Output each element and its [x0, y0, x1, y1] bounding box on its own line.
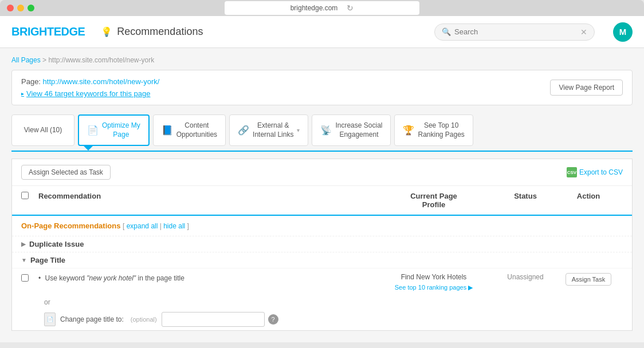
duplicate-issue-label: Duplicate Issue	[29, 240, 84, 248]
page-title-value: Find New York Hotels	[371, 273, 497, 281]
th-status: Status	[497, 192, 554, 209]
main-content: All Pages > http://www.site.com/hotel/ne…	[0, 48, 644, 339]
tab-optimize[interactable]: 📄 Optimize MyPage	[78, 114, 150, 146]
row-profile-cell: Find New York Hotels See top 10 ranking …	[371, 273, 497, 291]
breadcrumb-separator: >	[42, 56, 46, 64]
document-icon: 📄	[44, 313, 56, 326]
tab-ranking-label: See Top 10Ranking Pages	[418, 121, 464, 139]
nav-title: Recommendations	[117, 26, 203, 38]
change-title-input[interactable]	[162, 312, 265, 327]
page-info-box: Page: http://www.site.com/hotel/new-york…	[11, 70, 633, 105]
breadcrumb-current: http://www.site.com/hotel/new-york	[48, 56, 154, 64]
table-toolbar: Assign Selected as Task CSV Export to CS…	[12, 159, 632, 186]
tab-content-label: ContentOpportunities	[176, 121, 217, 139]
logo: BRIGHTEDGE	[11, 25, 85, 38]
links-dropdown-icon: ▾	[297, 127, 300, 133]
expand-all-link[interactable]: expand all	[127, 222, 158, 230]
browser-titlebar: brightedge.com ↻	[0, 5, 644, 16]
hide-all-link[interactable]: hide all	[163, 222, 185, 230]
see-top-ranking-link[interactable]: See top 10 ranking pages ▶	[395, 284, 473, 291]
optimize-icon: 📄	[87, 125, 99, 136]
url-bar[interactable]: brightedge.com ↻	[207, 1, 437, 15]
th-recommendation: Recommendation	[38, 192, 371, 209]
page-url-link[interactable]: http://www.site.com/hotel/new-york/	[43, 77, 160, 86]
th-profile: Current Page Profile	[371, 192, 497, 209]
ranking-icon: 🏆	[403, 125, 414, 136]
table-row: • Use keyword "new york hotel" in the pa…	[12, 268, 632, 296]
page-label: Page:	[21, 77, 41, 86]
status-value: Unassigned	[507, 273, 543, 281]
csv-icon: CSV	[567, 167, 577, 177]
tabs-underline	[11, 151, 633, 152]
breadcrumb-all-pages[interactable]: All Pages	[11, 56, 41, 64]
th-profile-line2: Profile	[371, 200, 497, 209]
change-title-row: 📄 Change page title to: (optional) ?	[12, 309, 632, 330]
duplicate-arrow-icon: ▶	[21, 241, 26, 247]
tab-links-label: External &Internal Links	[253, 121, 293, 139]
page-title-arrow-icon: ▼	[21, 257, 27, 263]
section-controls: [ expand all | hide all ]	[123, 222, 189, 230]
url-text: brightedge.com	[290, 4, 338, 12]
table-area: Assign Selected as Task CSV Export to CS…	[11, 159, 633, 331]
close-window-btn[interactable]	[7, 5, 14, 11]
row-checkbox-cell	[21, 273, 38, 282]
tab-optimize-label: Optimize MyPage	[102, 121, 140, 139]
app-container: BRIGHTEDGE 💡 Recommendations 🔍 ✕ M All P…	[0, 16, 644, 342]
avatar: M	[613, 22, 633, 42]
or-text: or	[44, 298, 50, 306]
change-title-label: Change page title to:	[60, 315, 124, 323]
active-tab-indicator	[11, 146, 633, 151]
tab-view-all[interactable]: View All (10)	[11, 114, 74, 146]
assign-task-row-button[interactable]: Assign Task	[566, 273, 612, 286]
sub-section-page-title: ▼ Page Title	[12, 252, 632, 268]
th-checkbox	[21, 192, 38, 209]
search-input[interactable]	[454, 27, 569, 36]
nav-title-section: 💡 Recommendations	[101, 26, 203, 38]
tab-content[interactable]: 📘 ContentOpportunities	[153, 114, 226, 146]
tab-social[interactable]: 📡 Increase SocialEngagement	[312, 114, 391, 146]
page-title-section-label: Page Title	[30, 256, 65, 264]
category-tabs: View All (10) 📄 Optimize MyPage 📘 Conten…	[11, 114, 633, 146]
refresh-icon[interactable]: ↻	[347, 3, 354, 13]
row-action-cell: Assign Task	[554, 273, 623, 286]
export-csv-link[interactable]: CSV Export to CSV	[567, 167, 623, 177]
optional-label: (optional)	[131, 316, 157, 323]
search-icon: 🔍	[442, 27, 451, 36]
table-header: Recommendation Current Page Profile Stat…	[12, 186, 632, 216]
th-profile-line1: Current Page	[371, 192, 497, 200]
lightbulb-icon: 💡	[101, 26, 112, 37]
view-keywords-link[interactable]: View 46 target keywords for this page	[21, 89, 159, 98]
select-all-checkbox[interactable]	[21, 192, 29, 199]
row-recommendation-cell: • Use keyword "new york hotel" in the pa…	[38, 273, 371, 283]
browser-window: brightedge.com ↻ BRIGHTEDGE 💡 Recommenda…	[0, 0, 644, 342]
links-icon: 🔗	[238, 125, 249, 136]
row-checkbox[interactable]	[21, 274, 29, 282]
maximize-window-btn[interactable]	[28, 5, 34, 11]
top-nav: BRIGHTEDGE 💡 Recommendations 🔍 ✕ M	[0, 16, 644, 48]
active-triangle	[84, 146, 93, 151]
or-row: or	[12, 296, 632, 309]
section-title-on-page: On-Page Recommendations	[21, 222, 120, 230]
sub-section-duplicate: ▶ Duplicate Issue	[12, 236, 632, 252]
th-action: Action	[554, 192, 623, 209]
page-label-row: Page: http://www.site.com/hotel/new-york…	[21, 77, 159, 86]
view-page-report-button[interactable]: View Page Report	[550, 80, 623, 96]
bullet-icon: •	[38, 274, 41, 282]
window-controls	[7, 5, 34, 11]
search-bar[interactable]: 🔍 ✕	[434, 23, 595, 41]
social-icon: 📡	[320, 125, 332, 136]
tab-links[interactable]: 🔗 External &Internal Links ▾	[229, 114, 308, 146]
close-search-icon[interactable]: ✕	[580, 27, 587, 37]
keyword-text: "new york hotel"	[87, 274, 136, 282]
row-status-cell: Unassigned	[497, 273, 554, 281]
section-header-on-page: On-Page Recommendations [ expand all | h…	[12, 216, 632, 236]
help-icon[interactable]: ?	[268, 314, 278, 325]
breadcrumb: All Pages > http://www.site.com/hotel/ne…	[11, 56, 633, 64]
tab-ranking[interactable]: 🏆 See Top 10Ranking Pages	[394, 114, 473, 146]
tab-view-all-label: View All (10)	[24, 126, 62, 135]
minimize-window-btn[interactable]	[17, 5, 24, 11]
export-csv-label: Export to CSV	[579, 168, 623, 176]
input-with-help: ?	[162, 312, 278, 327]
assign-selected-task-button[interactable]: Assign Selected as Task	[21, 165, 111, 180]
tab-social-label: Increase SocialEngagement	[335, 121, 382, 139]
